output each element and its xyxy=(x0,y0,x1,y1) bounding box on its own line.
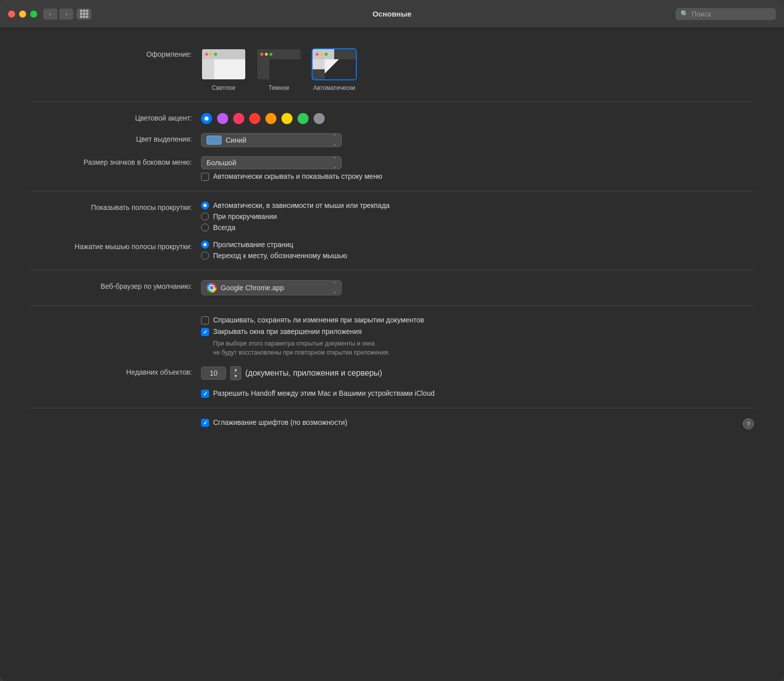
browser-dropdown[interactable]: Google Chrome.app ⌃⌄ xyxy=(201,280,342,295)
handoff-label: Разрешить Handoff между этим Mac и Вашим… xyxy=(213,389,435,397)
handoff-checkbox-row: Разрешить Handoff между этим Mac и Вашим… xyxy=(201,389,754,398)
stepper-arrows: ▲ ▼ xyxy=(230,366,241,380)
font-smoothing-row: Сглаживание шрифтов (по возможности) ? xyxy=(30,418,754,429)
accent-content xyxy=(201,112,754,124)
scroll-click-label: Нажатие мышью полосы прокрутки: xyxy=(30,241,201,251)
accent-orange[interactable] xyxy=(265,113,276,124)
accent-gray[interactable] xyxy=(314,113,325,124)
scrollbar-scrolling-row[interactable]: При прокручивании xyxy=(201,212,754,220)
font-smoothing-label: Сглаживание шрифтов (по возможности) xyxy=(213,418,347,426)
window-title: Основные xyxy=(372,10,412,18)
accent-yellow[interactable] xyxy=(281,113,292,124)
highlight-dropdown[interactable]: Синий ⌃⌄ xyxy=(201,133,342,147)
font-smoothing-checkbox[interactable] xyxy=(201,419,209,427)
scroll-spot-radio[interactable] xyxy=(201,252,209,260)
maximize-button[interactable] xyxy=(30,11,37,18)
auto-hide-menu-row: Автоматически скрывать и показывать стро… xyxy=(201,172,754,181)
recent-items-stepper: ▲ ▼ (документы, приложения и серверы) xyxy=(201,366,754,380)
handoff-row: Разрешить Handoff между этим Mac и Вашим… xyxy=(30,389,754,398)
back-button[interactable]: ‹ xyxy=(43,9,57,20)
appearance-dark[interactable]: Темное xyxy=(256,48,302,91)
auto-hide-menu-checkbox[interactable] xyxy=(201,173,209,181)
appearance-light-label: Светлое xyxy=(212,84,236,91)
close-button[interactable] xyxy=(8,11,15,18)
forward-button[interactable]: › xyxy=(59,9,73,20)
close-windows-row: Закрывать окна при завершении приложения xyxy=(201,327,754,336)
accent-purple[interactable] xyxy=(217,113,228,124)
appearance-thumb-light xyxy=(201,48,246,80)
font-smoothing-empty-label xyxy=(30,423,201,425)
scroll-pages-row[interactable]: Пролистывание страниц xyxy=(201,241,754,249)
scroll-click-content: Пролистывание страниц Переход к месту, о… xyxy=(201,241,754,260)
scrollbar-scrolling-radio[interactable] xyxy=(201,212,209,220)
save-on-close-row: Спрашивать, сохранять ли изменения при з… xyxy=(201,316,754,324)
auto-hide-menu-label: Автоматически скрывать и показывать стро… xyxy=(213,172,382,180)
stepper-down-button[interactable]: ▼ xyxy=(231,373,241,380)
scrollbar-always-radio[interactable] xyxy=(201,223,209,232)
color-swatch xyxy=(207,136,222,145)
scroll-click-row: Нажатие мышью полосы прокрутки: Пролисты… xyxy=(30,241,754,260)
search-icon: 🔍 xyxy=(680,10,689,18)
scroll-spot-row[interactable]: Переход к месту, обозначенному мышью xyxy=(201,252,754,260)
highlight-label: Цвет выделения: xyxy=(30,133,201,143)
scrollbar-auto-row[interactable]: Автоматически, в зависимости от мыши или… xyxy=(201,201,754,209)
recent-items-row: Недавних объектов: ▲ ▼ (документы, прило… xyxy=(30,366,754,380)
save-on-close-checkbox[interactable] xyxy=(201,316,209,324)
grid-button[interactable] xyxy=(76,9,91,20)
appearance-light[interactable]: Светлое xyxy=(201,48,246,91)
sidebar-size-dropdown[interactable]: Большой ⌃⌄ xyxy=(201,156,342,169)
handoff-content: Разрешить Handoff между этим Mac и Вашим… xyxy=(201,389,754,398)
titlebar: ‹ › Основные 🔍 Поиск xyxy=(0,0,784,28)
scrollbar-always-row[interactable]: Всегда xyxy=(201,223,754,232)
save-close-row: Спрашивать, сохранять ли изменения при з… xyxy=(30,316,754,357)
sidebar-size-label: Размер значков в боковом меню: xyxy=(30,156,201,166)
divider-4 xyxy=(30,305,754,306)
highlight-content: Синий ⌃⌄ xyxy=(201,133,754,147)
divider-5 xyxy=(30,408,754,408)
search-box[interactable]: 🔍 Поиск xyxy=(675,8,776,20)
font-smoothing-checkbox-row: Сглаживание шрифтов (по возможности) ? xyxy=(201,418,754,429)
stepper-up-button[interactable]: ▲ xyxy=(231,367,241,373)
help-button[interactable]: ? xyxy=(743,418,754,429)
scrollbars-content: Автоматически, в зависимости от мыши или… xyxy=(201,201,754,232)
save-close-content: Спрашивать, сохранять ли изменения при з… xyxy=(201,316,754,357)
content-area: Оформление: xyxy=(0,28,784,681)
divider-2 xyxy=(30,191,754,191)
accent-pink[interactable] xyxy=(233,113,244,124)
accent-green[interactable] xyxy=(298,113,309,124)
recent-items-label: Недавних объектов: xyxy=(30,366,201,376)
scrollbar-auto-radio[interactable] xyxy=(201,201,209,209)
accent-row: Цветовой акцент: xyxy=(30,112,754,124)
recent-items-suffix: (документы, приложения и серверы) xyxy=(245,369,382,378)
sidebar-size-value: Большой xyxy=(207,159,236,167)
handoff-checkbox[interactable] xyxy=(201,390,209,398)
highlight-value: Синий xyxy=(226,136,246,144)
nav-buttons: ‹ › xyxy=(43,9,73,20)
appearance-options: Светлое xyxy=(201,48,754,91)
scroll-pages-radio[interactable] xyxy=(201,241,209,249)
recent-items-input[interactable] xyxy=(201,367,226,380)
scroll-pages-label: Пролистывание страниц xyxy=(213,241,293,249)
appearance-auto[interactable]: Автоматически xyxy=(312,48,357,91)
dropdown-arrow-2-icon: ⌃⌄ xyxy=(332,156,337,170)
save-close-empty-label xyxy=(30,316,201,318)
appearance-thumb-auto xyxy=(312,48,357,80)
scrollbars-row: Показывать полосы прокрутки: Автоматичес… xyxy=(30,201,754,232)
scrollbar-scrolling-label: При прокручивании xyxy=(213,212,277,220)
sidebar-size-content: Большой ⌃⌄ Автоматически скрывать и пока… xyxy=(201,156,754,181)
highlight-row: Цвет выделения: Синий ⌃⌄ xyxy=(30,133,754,147)
scroll-spot-label: Переход к месту, обозначенному мышью xyxy=(213,252,347,260)
divider-1 xyxy=(30,101,754,102)
recent-items-content: ▲ ▼ (документы, приложения и серверы) xyxy=(201,366,754,380)
accent-red[interactable] xyxy=(249,113,260,124)
browser-content: Google Chrome.app ⌃⌄ xyxy=(201,280,754,295)
close-windows-note: При выборе этого параметра открытые доку… xyxy=(201,339,754,357)
minimize-button[interactable] xyxy=(19,11,26,18)
scrollbar-auto-label: Автоматически, в зависимости от мыши или… xyxy=(213,201,389,209)
close-windows-checkbox[interactable] xyxy=(201,328,209,336)
accent-blue[interactable] xyxy=(201,113,212,124)
accent-colors xyxy=(201,112,754,124)
appearance-auto-label: Автоматически xyxy=(313,84,355,91)
accent-label: Цветовой акцент: xyxy=(30,112,201,122)
appearance-options-container: Светлое xyxy=(201,48,754,91)
